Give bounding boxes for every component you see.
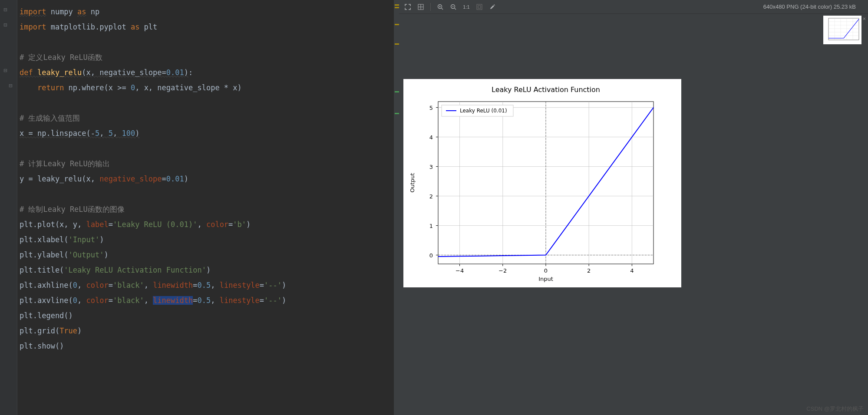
color-picker-icon[interactable] — [487, 2, 498, 12]
fold-mark-icon[interactable]: ⊟ — [9, 82, 12, 89]
svg-text:3: 3 — [429, 164, 433, 170]
svg-text:1: 1 — [429, 223, 433, 229]
svg-text:2: 2 — [587, 267, 591, 274]
actual-size-button[interactable]: 1:1 — [461, 2, 472, 12]
minimap-marker — [395, 7, 399, 8]
minimap-marker — [395, 24, 399, 25]
minimap-marker — [395, 113, 399, 114]
toolbar-separator — [430, 3, 431, 11]
svg-text:0: 0 — [544, 267, 548, 274]
image-info-text: 640x480 PNG (24-bit color) 25.23 kB — [763, 3, 856, 10]
plot-output[interactable]: −4−2024012345Leaky ReLU Activation Funct… — [403, 79, 681, 287]
zoom-in-icon[interactable] — [435, 2, 446, 12]
editor-gutter: ⊟ ⊟ ⊟ ⊟ — [0, 0, 17, 415]
fit-window-icon[interactable] — [474, 2, 485, 12]
svg-text:−4: −4 — [455, 267, 464, 274]
svg-text:4: 4 — [630, 267, 634, 274]
code-editor-pane[interactable]: ⊟ ⊟ ⊟ ⊟ import numpy as npimport matplot… — [0, 0, 399, 415]
minimap-marker — [395, 4, 399, 6]
minimap[interactable] — [394, 0, 399, 415]
fold-mark-icon[interactable]: ⊟ — [3, 67, 7, 74]
fold-mark-icon[interactable]: ⊟ — [3, 21, 7, 28]
svg-text:Input: Input — [538, 276, 553, 282]
svg-rect-11 — [478, 6, 481, 8]
plot-thumbnail[interactable]: × — [823, 16, 861, 44]
minimap-marker — [395, 43, 399, 45]
viewer-toolbar: 1:1 640x480 PNG (24-bit color) 25.23 kB — [399, 0, 868, 14]
code-content[interactable]: import numpy as npimport matplotlib.pypl… — [20, 0, 399, 354]
svg-text:Output: Output — [409, 173, 416, 192]
svg-rect-10 — [477, 4, 482, 10]
svg-text:Leaky ReLU Activation Function: Leaky ReLU Activation Function — [492, 86, 600, 94]
minimap-marker — [395, 91, 399, 92]
svg-text:2: 2 — [429, 193, 433, 200]
zoom-out-icon[interactable] — [448, 2, 459, 12]
svg-text:−2: −2 — [498, 267, 507, 274]
fold-mark-icon[interactable]: ⊟ — [3, 6, 7, 13]
svg-line-8 — [455, 8, 456, 10]
thumbnail-strip: × — [823, 16, 865, 44]
svg-text:4: 4 — [429, 134, 433, 141]
svg-text:Leaky ReLU (0.01): Leaky ReLU (0.01) — [460, 108, 507, 114]
fit-screen-icon[interactable] — [403, 2, 413, 12]
watermark-text: CSDN @罗北村的枫子 — [806, 405, 864, 413]
svg-text:0: 0 — [429, 252, 433, 259]
close-icon[interactable]: × — [863, 16, 866, 22]
grid-icon[interactable] — [416, 2, 426, 12]
image-viewer-pane: 1:1 640x480 PNG (24-bit color) 25.23 kB — [399, 0, 868, 415]
svg-text:5: 5 — [429, 105, 433, 111]
svg-line-4 — [442, 8, 443, 10]
